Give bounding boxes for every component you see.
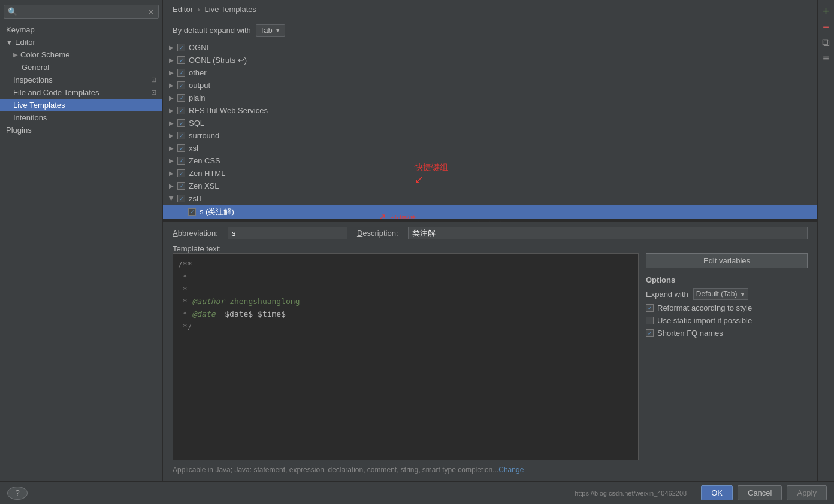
- sidebar-item-live-templates[interactable]: Live Templates: [0, 99, 162, 111]
- code-line-2: *: [178, 271, 633, 284]
- zen-css-expand-icon: ▶: [169, 157, 174, 164]
- expand-with-row: By default expand with Tab ▼: [163, 19, 817, 41]
- edit-variables-button[interactable]: Edit variables: [646, 253, 808, 268]
- move-template-button[interactable]: ≡: [820, 51, 833, 65]
- sidebar-item-file-code-templates[interactable]: File and Code Templates ⊡: [0, 86, 162, 99]
- plugins-label: Plugins: [6, 126, 32, 135]
- description-label: Description:: [357, 229, 398, 238]
- template-group-plain[interactable]: ▶ plain: [163, 92, 817, 104]
- zslt-checkbox[interactable]: [177, 195, 185, 202]
- inspections-icon: ⊡: [151, 76, 156, 84]
- search-icon: 🔍: [8, 7, 17, 16]
- zen-html-checkbox[interactable]: [177, 169, 185, 177]
- shorten-fq-checkbox[interactable]: [646, 329, 654, 337]
- options-section: Options Expand with Default (Tab) ▼: [646, 273, 808, 338]
- options-expand-with-label: Expand with: [646, 290, 688, 299]
- search-input[interactable]: live Te: [20, 7, 147, 16]
- apply-button[interactable]: Apply: [787, 485, 827, 500]
- output-checkbox[interactable]: [177, 81, 185, 89]
- xsl-checkbox[interactable]: [177, 144, 185, 152]
- option-static-import-row: Use static import if possible: [646, 316, 808, 325]
- template-group-other[interactable]: ▶ other: [163, 66, 817, 79]
- copy-template-button[interactable]: ⧉: [820, 36, 833, 49]
- template-text-label: Template text:: [173, 244, 221, 253]
- template-group-zen-css[interactable]: ▶ Zen CSS: [163, 154, 817, 167]
- expand-with-value: Tab: [260, 26, 273, 35]
- surround-checkbox[interactable]: [177, 132, 185, 139]
- templates-list: ▶ OGNL ▶ OGNL (Struts ↩) ▶ other: [163, 41, 817, 220]
- s-comment-checkbox[interactable]: [188, 208, 196, 216]
- template-group-surround[interactable]: ▶ surround: [163, 129, 817, 142]
- expand-with-dropdown-icon: ▼: [275, 27, 281, 34]
- inspections-label: Inspections: [13, 75, 53, 84]
- other-expand-icon: ▶: [169, 69, 174, 76]
- annotation-kuaijiejian: 快捷键: [391, 214, 416, 220]
- keymap-label: Keymap: [6, 25, 35, 34]
- options-expand-with-select[interactable]: Default (Tab) ▼: [693, 288, 749, 300]
- template-code-editor[interactable]: /** * * * @author zhengshuanglong *: [173, 253, 639, 460]
- file-code-templates-label: File and Code Templates: [13, 88, 99, 97]
- template-group-zen-xsl[interactable]: ▶ Zen XSL: [163, 180, 817, 192]
- abbreviation-input[interactable]: s: [228, 227, 348, 239]
- color-scheme-label: Color Scheme: [20, 50, 70, 59]
- template-group-ognl-struts[interactable]: ▶ OGNL (Struts ↩): [163, 54, 817, 66]
- sidebar-item-general[interactable]: General: [0, 61, 162, 74]
- template-text-label-row: Template text:: [173, 244, 808, 253]
- sidebar-item-intentions[interactable]: Intentions: [0, 111, 162, 124]
- reformat-checkbox[interactable]: [646, 304, 654, 312]
- color-scheme-arrow-icon: ▶: [13, 51, 18, 58]
- plain-checkbox[interactable]: [177, 94, 185, 102]
- ok-button[interactable]: OK: [701, 485, 733, 500]
- options-expand-with-row: Expand with Default (Tab) ▼: [646, 288, 808, 300]
- applicable-text: Applicable in Java; Java: statement, exp…: [173, 466, 498, 474]
- add-template-button[interactable]: +: [820, 5, 833, 18]
- breadcrumb-editor: Editor: [173, 5, 193, 14]
- template-group-zen-html[interactable]: ▶ Zen HTML 快捷键组 ↙: [163, 167, 817, 180]
- template-group-restful[interactable]: ▶ RESTful Web Services: [163, 104, 817, 117]
- search-clear-icon[interactable]: ✕: [147, 8, 155, 16]
- ognl-expand-icon: ▶: [169, 44, 174, 51]
- zen-css-checkbox[interactable]: [177, 157, 185, 165]
- template-group-sql[interactable]: ▶ SQL: [163, 117, 817, 129]
- description-input[interactable]: 类注解: [408, 227, 808, 239]
- ognl-struts-checkbox[interactable]: [177, 56, 185, 64]
- zslt-expand-icon: ▶: [168, 196, 175, 201]
- cancel-button[interactable]: Cancel: [738, 485, 782, 500]
- zen-xsl-checkbox[interactable]: [177, 182, 185, 190]
- expand-with-select[interactable]: Tab ▼: [256, 24, 285, 37]
- restful-checkbox[interactable]: [177, 107, 185, 114]
- sidebar-item-plugins[interactable]: Plugins: [0, 124, 162, 136]
- template-group-output[interactable]: ▶ output: [163, 79, 817, 92]
- search-box[interactable]: 🔍 live Te ✕: [4, 5, 159, 19]
- sidebar-item-keymap[interactable]: Keymap: [0, 23, 162, 36]
- static-import-label: Use static import if possible: [657, 316, 752, 325]
- ognl-checkbox[interactable]: [177, 44, 185, 51]
- options-title: Options: [646, 275, 808, 284]
- plain-expand-icon: ▶: [169, 95, 174, 101]
- sql-checkbox[interactable]: [177, 119, 185, 127]
- right-toolbar: + − ⧉ ≡: [817, 0, 834, 481]
- template-group-s-comment[interactable]: ▶ s (类注解) 快捷键 ↗: [163, 205, 817, 219]
- sidebar: 🔍 live Te ✕ Keymap ▼ Editor ▶ Color Sche…: [0, 0, 163, 481]
- zen-xsl-expand-icon: ▶: [169, 183, 174, 189]
- breadcrumb-separator: ›: [198, 5, 203, 14]
- main-content: Editor › Live Templates By default expan…: [163, 0, 817, 481]
- abbreviation-label: Abbreviation:: [173, 229, 218, 238]
- dialog-footer: ? https://blog.csdn.net/weixin_40462208 …: [0, 481, 834, 504]
- other-checkbox[interactable]: [177, 69, 185, 77]
- surround-expand-icon: ▶: [169, 132, 174, 139]
- static-import-checkbox[interactable]: [646, 317, 654, 324]
- help-button[interactable]: ?: [7, 487, 28, 500]
- template-group-xsl[interactable]: ▶ xsl: [163, 142, 817, 154]
- sidebar-item-inspections[interactable]: Inspections ⊡: [0, 74, 162, 86]
- ognl-struts-label: OGNL (Struts ↩): [189, 56, 247, 65]
- template-group-ognl[interactable]: ▶ OGNL: [163, 41, 817, 54]
- sidebar-item-color-scheme[interactable]: ▶ Color Scheme: [0, 48, 162, 61]
- applicable-change-link[interactable]: Change: [498, 466, 524, 474]
- template-group-zslt[interactable]: ▶ zslT: [163, 192, 817, 205]
- sidebar-item-editor[interactable]: ▼ Editor: [0, 36, 162, 48]
- zen-css-label: Zen CSS: [189, 156, 220, 165]
- remove-template-button[interactable]: −: [820, 20, 833, 34]
- zen-xsl-label: Zen XSL: [189, 181, 219, 190]
- options-expand-with-dropdown-icon: ▼: [740, 291, 746, 297]
